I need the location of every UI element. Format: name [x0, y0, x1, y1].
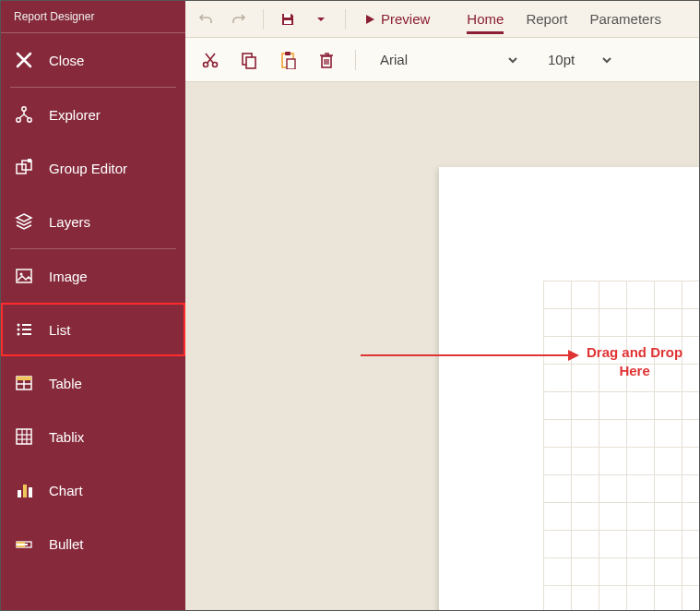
sidebar-item-label: Bullet — [49, 536, 84, 552]
sidebar-item-label: Chart — [49, 483, 83, 498]
svg-rect-13 — [22, 333, 31, 335]
annotation-text: Drag and Drop Here — [587, 343, 682, 379]
toolbar-separator — [345, 9, 346, 30]
sidebar-item-close[interactable]: Close — [1, 33, 185, 87]
tablix-icon — [14, 426, 34, 447]
sidebar-item-label: Group Editor — [49, 161, 127, 176]
play-icon — [364, 14, 375, 25]
svg-point-0 — [22, 107, 26, 111]
tab-report[interactable]: Report — [526, 4, 567, 34]
sidebar: Report Designer Close Explorer Group Edi… — [1, 1, 185, 610]
format-toolbar: Arial 10pt — [185, 38, 699, 82]
svg-rect-9 — [22, 324, 31, 326]
layers-icon — [14, 211, 34, 232]
svg-rect-25 — [29, 487, 32, 497]
svg-rect-15 — [17, 377, 31, 380]
design-canvas[interactable]: Drag and Drop Here — [185, 82, 699, 610]
sidebar-item-group-editor[interactable]: Group Editor — [1, 141, 185, 195]
bullet-icon — [14, 533, 34, 554]
top-toolbar: Preview Home Report Parameters — [185, 1, 699, 38]
sidebar-item-list[interactable]: List — [1, 303, 185, 356]
toolbar-separator — [263, 9, 264, 30]
sidebar-item-chart[interactable]: Chart — [1, 463, 185, 517]
explorer-icon — [14, 104, 34, 125]
sidebar-item-tablix[interactable]: Tablix — [1, 410, 185, 463]
font-size-value: 10pt — [548, 52, 575, 67]
chevron-down-icon — [507, 54, 518, 66]
font-name-value: Arial — [380, 52, 408, 67]
main-area: Preview Home Report Parameters — [185, 1, 699, 610]
sidebar-item-image[interactable]: Image — [1, 249, 185, 303]
svg-point-31 — [204, 62, 208, 66]
svg-rect-5 — [28, 159, 31, 162]
chart-icon — [14, 480, 34, 500]
copy-button[interactable] — [235, 46, 263, 74]
svg-rect-36 — [285, 52, 291, 55]
svg-rect-23 — [18, 490, 21, 497]
sidebar-item-label: Explorer — [49, 107, 101, 123]
annotation-arrow — [361, 354, 577, 356]
svg-rect-3 — [17, 164, 26, 174]
svg-rect-18 — [17, 429, 31, 444]
sidebar-item-label: Tablix — [49, 429, 84, 445]
list-icon — [14, 319, 34, 340]
svg-point-8 — [18, 324, 20, 327]
font-name-select[interactable]: Arial — [371, 46, 528, 74]
preview-label: Preview — [381, 11, 430, 27]
undo-button[interactable] — [193, 6, 219, 32]
chevron-down-icon — [601, 54, 612, 66]
app-root: Report Designer Close Explorer Group Edi… — [1, 1, 699, 610]
sidebar-item-layers[interactable]: Layers — [1, 195, 185, 248]
svg-point-32 — [213, 62, 218, 66]
sidebar-item-table[interactable]: Table — [1, 356, 185, 410]
sidebar-item-label: List — [49, 322, 70, 338]
sidebar-item-label: Layers — [49, 214, 90, 230]
svg-rect-28 — [17, 544, 28, 545]
svg-rect-24 — [23, 485, 27, 497]
sidebar-item-label: Table — [49, 376, 82, 391]
svg-point-12 — [18, 333, 20, 336]
toolbar-separator — [355, 50, 356, 70]
image-icon — [14, 266, 34, 286]
tab-parameters[interactable]: Parameters — [589, 4, 661, 34]
tab-group: Home Report Parameters — [467, 4, 661, 34]
tab-home[interactable]: Home — [467, 4, 504, 34]
group-editor-icon — [14, 158, 34, 178]
redo-button[interactable] — [226, 6, 252, 32]
paste-button[interactable] — [274, 46, 302, 74]
sidebar-item-label: Close — [49, 53, 84, 68]
sidebar-item-label: Image — [49, 269, 88, 284]
save-button[interactable] — [275, 6, 301, 32]
sidebar-item-bullet[interactable]: Bullet — [1, 517, 185, 570]
font-size-select[interactable]: 10pt — [539, 46, 622, 74]
sidebar-item-explorer[interactable]: Explorer — [1, 88, 185, 141]
design-grid — [543, 281, 699, 610]
svg-rect-29 — [284, 14, 291, 18]
svg-rect-34 — [246, 57, 255, 68]
svg-point-10 — [18, 329, 20, 331]
save-dropdown[interactable] — [308, 6, 334, 32]
close-icon — [14, 50, 34, 70]
svg-rect-11 — [22, 329, 31, 330]
cut-button[interactable] — [196, 46, 224, 74]
svg-rect-37 — [287, 59, 295, 69]
delete-button[interactable] — [313, 46, 340, 74]
svg-rect-6 — [17, 270, 31, 282]
sidebar-title: Report Designer — [1, 1, 185, 33]
preview-button[interactable]: Preview — [364, 11, 430, 27]
table-icon — [14, 373, 34, 393]
svg-rect-30 — [284, 20, 291, 24]
